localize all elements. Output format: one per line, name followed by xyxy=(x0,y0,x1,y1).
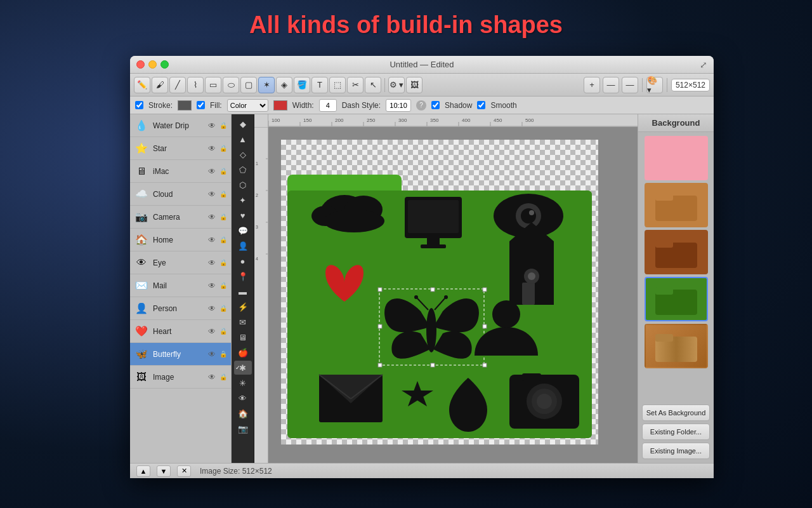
eye-icon-image[interactable]: 👁 xyxy=(208,373,216,382)
line-tool[interactable]: ╱ xyxy=(169,77,186,93)
layer-item-home[interactable]: 🏠 Home 👁 🔒 xyxy=(130,229,231,251)
bg-swatch-folder-green[interactable] xyxy=(645,277,708,321)
bg-swatch-pink[interactable] xyxy=(645,136,708,180)
zigzag-tool[interactable]: ⌇ xyxy=(187,77,204,93)
smooth-checkbox[interactable] xyxy=(477,101,485,109)
oval-tool[interactable]: ⬭ xyxy=(223,77,239,93)
shape-home[interactable]: 🏠 xyxy=(234,406,252,420)
shape-envelope[interactable]: ✉ xyxy=(234,315,252,329)
fill-checkbox[interactable] xyxy=(197,101,205,109)
layer-item-heart[interactable]: ❤️ Heart 👁 🔒 xyxy=(130,320,231,343)
shape-hexagon[interactable]: ⬡ xyxy=(234,178,252,192)
stroke-checkbox[interactable] xyxy=(135,101,143,109)
shape-star6[interactable]: ✦ xyxy=(234,193,252,207)
shape-triangle[interactable]: ▲ xyxy=(234,132,252,146)
svg-text:1: 1 xyxy=(256,161,258,166)
zoom-fit-button[interactable]: — xyxy=(603,77,619,93)
canvas-area[interactable]: 1 2 3 4 100 150 200 xyxy=(254,114,638,463)
eye-icon-cloud[interactable]: 👁 xyxy=(208,190,216,199)
brush-tool[interactable]: 🖌 xyxy=(152,77,168,93)
crop-tool[interactable]: ✂ xyxy=(347,77,363,93)
stroke-color-swatch[interactable] xyxy=(178,100,192,110)
svg-rect-76 xyxy=(655,240,673,248)
eye-icon-eye[interactable]: 👁 xyxy=(208,258,216,267)
minimize-button[interactable] xyxy=(148,60,157,69)
eye-icon-home[interactable]: 👁 xyxy=(208,236,216,244)
layer-item-star[interactable]: ⭐ Star 👁 🔒 xyxy=(130,137,231,160)
layer-item-mail[interactable]: ✉️ Mail 👁 🔒 xyxy=(130,274,231,297)
layer-item-image[interactable]: 🖼 Image 👁 🔒 xyxy=(130,366,231,389)
shape-diamond[interactable]: ◆ xyxy=(234,117,252,131)
shape-picker: ◆ ▲ ◇ ⬠ ⬡ ✦ ♥ 💬 👤 ● 📍 ▬ ⚡ ✉ 🖥 🍎 ✓ ✱ ✳ 👁 … xyxy=(232,114,254,463)
bg-swatch-folder-wood[interactable] xyxy=(645,324,708,368)
eraser-tool[interactable]: ◈ xyxy=(276,77,292,93)
set-as-background-button[interactable]: Set As Background xyxy=(642,404,710,421)
gear-button[interactable]: ⚙ ▾ xyxy=(388,77,405,93)
shape-star-outline[interactable]: ✳ xyxy=(234,376,252,390)
eye-icon-camera[interactable]: 👁 xyxy=(208,213,216,222)
shape-person[interactable]: 👤 xyxy=(234,239,252,253)
shape-monitor[interactable]: 🖥 xyxy=(234,330,252,344)
shape-speech[interactable]: 💬 xyxy=(234,224,252,237)
svg-point-47 xyxy=(444,295,448,299)
shape-diamond2[interactable]: ◇ xyxy=(234,147,252,161)
text-tool[interactable]: T xyxy=(311,77,328,93)
bg-swatch-folder-brown[interactable] xyxy=(645,183,708,227)
maximize-button[interactable] xyxy=(160,60,169,69)
color-profile-button[interactable]: 🎨 ▾ xyxy=(646,77,663,93)
nav-down-button[interactable]: ▼ xyxy=(157,465,171,477)
shape-dot[interactable]: ● xyxy=(234,254,252,268)
width-input[interactable] xyxy=(319,99,337,112)
zoom-in-button[interactable]: + xyxy=(584,77,600,93)
fill-type-select[interactable]: Color Gradient xyxy=(227,99,268,112)
shape-heart[interactable]: ♥ xyxy=(234,208,252,222)
import-button[interactable]: 🖼 xyxy=(406,77,422,93)
layer-name-cloud: Cloud xyxy=(153,190,204,199)
eye-icon-mail[interactable]: 👁 xyxy=(208,281,216,290)
rect-tool[interactable]: ▭ xyxy=(205,77,221,93)
paint-tool[interactable]: 🪣 xyxy=(294,77,310,93)
eye-icon-heart[interactable]: 👁 xyxy=(208,327,216,336)
canvas-content[interactable] xyxy=(268,127,638,463)
layer-item-eye[interactable]: 👁 Eye 👁 🔒 xyxy=(130,251,231,274)
cursor-tool[interactable]: ↖ xyxy=(365,77,381,93)
existing-image-button[interactable]: Existing Image... xyxy=(642,443,710,459)
rounded-rect-tool[interactable]: ▢ xyxy=(240,77,257,93)
layer-item-butterfly[interactable]: 🦋 Butterfly 👁 🔒 xyxy=(130,343,231,366)
dash-help-button[interactable]: ? xyxy=(416,100,426,110)
shape-rect[interactable]: ▬ xyxy=(234,284,252,298)
expand-icon[interactable]: ⤢ xyxy=(700,60,707,70)
eye-icon-person[interactable]: 👁 xyxy=(208,304,216,313)
pencil-tool[interactable]: ✏️ xyxy=(134,77,150,93)
svg-text:4: 4 xyxy=(256,257,258,261)
shape-tool[interactable]: ✶ xyxy=(258,77,275,93)
layer-item-cloud[interactable]: ☁️ Cloud 👁 🔒 xyxy=(130,183,231,206)
eye-icon-butterfly[interactable]: 👁 xyxy=(208,350,216,359)
layer-item-person[interactable]: 👤 Person 👁 🔒 xyxy=(130,297,231,320)
eye-icon-star[interactable]: 👁 xyxy=(208,144,216,153)
select-rect-tool[interactable]: ⬚ xyxy=(329,77,346,93)
dash-style-input[interactable] xyxy=(386,99,411,112)
eye-icon-water-drip[interactable]: 👁 xyxy=(208,121,216,130)
shape-pentagon[interactable]: ⬠ xyxy=(234,163,252,177)
shadow-checkbox[interactable] xyxy=(431,101,440,109)
shape-camera[interactable]: 📷 xyxy=(234,422,252,436)
close-button[interactable] xyxy=(136,60,145,69)
zoom-out-button[interactable]: — xyxy=(622,77,638,93)
layer-item-imac[interactable]: 🖥 iMac 👁 🔒 xyxy=(130,160,231,183)
fill-color-swatch[interactable] xyxy=(273,100,287,110)
shape-eye[interactable]: 👁 xyxy=(234,391,252,405)
shape-butterfly-btn[interactable]: ✓ ✱ xyxy=(234,361,252,375)
canvas-image[interactable] xyxy=(281,140,598,444)
shape-lightning[interactable]: ⚡ xyxy=(234,300,252,314)
nav-close-button[interactable]: ✕ xyxy=(177,465,191,477)
existing-folder-button[interactable]: Existing Folder... xyxy=(642,424,710,440)
nav-up-button[interactable]: ▲ xyxy=(136,465,150,477)
bg-swatch-folder-dark[interactable] xyxy=(645,230,708,274)
layer-item-camera[interactable]: 📷 Camera 👁 🔒 xyxy=(130,206,231,229)
eye-icon-imac[interactable]: 👁 xyxy=(208,167,216,176)
layer-item-water-drip[interactable]: 💧 Water Drip 👁 🔒 xyxy=(130,114,231,137)
shape-apple[interactable]: 🍎 xyxy=(234,345,252,359)
shape-pin[interactable]: 📍 xyxy=(234,269,252,283)
svg-rect-60 xyxy=(522,283,535,305)
